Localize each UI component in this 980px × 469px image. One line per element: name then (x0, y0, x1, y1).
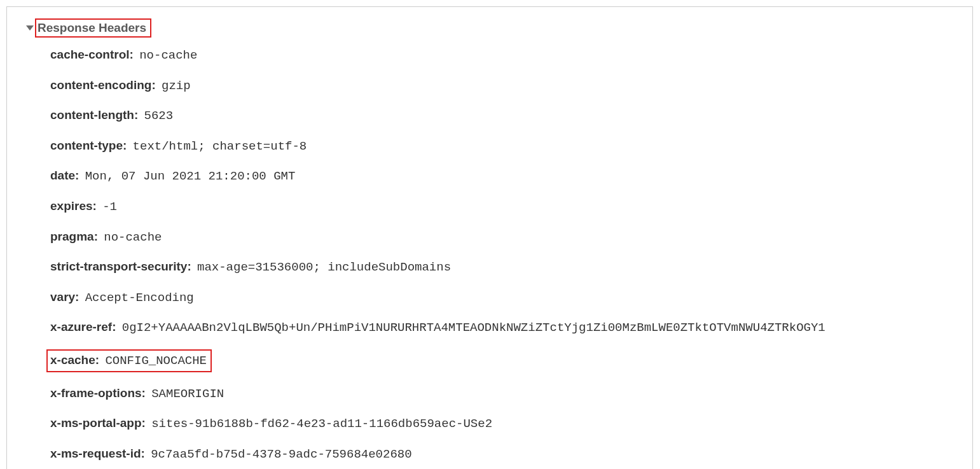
header-row-x-azure-ref: x-azure-ref 0gI2+YAAAAABn2VlqLBW5Qb+Un/P… (50, 319, 958, 337)
header-name: x-ms-request-id (50, 447, 145, 460)
response-headers-panel: Response Headers cache-control no-cache … (6, 6, 973, 469)
header-value: text/html; charset=utf-8 (133, 139, 307, 153)
section-title-row[interactable]: Response Headers (26, 18, 958, 38)
header-name: content-type (50, 139, 127, 152)
header-value: sites-91b6188b-fd62-4e23-ad11-1166db659a… (151, 417, 492, 431)
header-row-vary: vary Accept-Encoding (50, 289, 958, 307)
highlight-annotation: x-cache CONFIG_NOCACHE (46, 349, 212, 372)
header-value: -1 (102, 200, 117, 214)
header-value: gzip (162, 79, 191, 93)
header-row-x-ms-portal-app: x-ms-portal-app sites-91b6188b-fd62-4e23… (50, 415, 958, 433)
header-name: x-ms-portal-app (50, 416, 146, 430)
header-name: content-length (50, 108, 138, 122)
header-row-expires: expires -1 (50, 198, 958, 216)
section-title: Response Headers (35, 18, 151, 38)
header-row-content-encoding: content-encoding gzip (50, 77, 958, 95)
header-value: 5623 (144, 109, 174, 123)
header-value: Mon, 07 Jun 2021 21:20:00 GMT (85, 169, 296, 183)
header-value: CONFIG_NOCACHE (105, 354, 207, 368)
header-name: vary (50, 290, 79, 304)
headers-list: cache-control no-cache content-encoding … (50, 46, 958, 463)
header-row-x-ms-request-id: x-ms-request-id 9c7aa5fd-b75d-4378-9adc-… (50, 445, 958, 463)
header-name: x-azure-ref (50, 320, 116, 333)
header-row-cache-control: cache-control no-cache (50, 46, 958, 64)
header-row-x-cache: x-cache CONFIG_NOCACHE (50, 349, 958, 372)
header-name: x-cache (50, 353, 99, 367)
header-value: SAMEORIGIN (151, 387, 224, 401)
header-name: cache-control (50, 48, 134, 61)
header-name: content-encoding (50, 78, 156, 92)
header-row-content-length: content-length 5623 (50, 107, 958, 125)
header-value: max-age=31536000; includeSubDomains (197, 260, 451, 274)
header-value: 9c7aa5fd-b75d-4378-9adc-759684e02680 (151, 447, 411, 461)
disclosure-triangle-icon[interactable] (26, 25, 34, 31)
header-value: no-cache (139, 48, 197, 62)
header-value: Accept-Encoding (85, 291, 194, 305)
header-name: pragma (50, 230, 98, 243)
header-row-x-frame-options: x-frame-options SAMEORIGIN (50, 385, 958, 403)
header-value: no-cache (104, 230, 162, 244)
header-row-pragma: pragma no-cache (50, 228, 958, 246)
header-name: strict-transport-security (50, 260, 191, 273)
header-name: expires (50, 199, 97, 213)
header-name: x-frame-options (50, 386, 146, 400)
header-row-strict-transport-security: strict-transport-security max-age=315360… (50, 258, 958, 276)
header-name: date (50, 169, 79, 182)
header-value: 0gI2+YAAAAABn2VlqLBW5Qb+Un/PHimPiV1NURUR… (122, 321, 825, 335)
header-row-content-type: content-type text/html; charset=utf-8 (50, 137, 958, 155)
header-row-date: date Mon, 07 Jun 2021 21:20:00 GMT (50, 167, 958, 185)
